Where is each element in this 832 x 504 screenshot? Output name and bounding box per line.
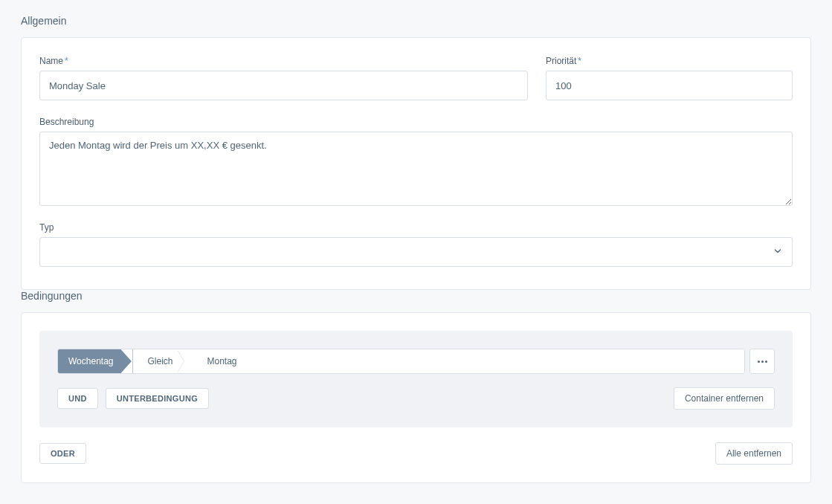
condition-operator-chip[interactable]: Gleich bbox=[133, 349, 193, 373]
more-icon bbox=[758, 361, 767, 363]
condition-field-chip[interactable]: Wochentag bbox=[58, 349, 133, 373]
remove-container-button[interactable]: Container entfernen bbox=[674, 387, 775, 410]
priority-input[interactable] bbox=[546, 71, 793, 100]
card-general: Name* Priorität* Beschreibung Jeden Mont… bbox=[21, 37, 811, 290]
label-type: Typ bbox=[39, 222, 793, 233]
condition-actions-button[interactable] bbox=[749, 349, 775, 374]
label-priority: Priorität* bbox=[546, 56, 793, 66]
description-textarea[interactable]: Jeden Montag wird der Preis um XX,XX € g… bbox=[39, 132, 793, 206]
conditions-container: Wochentag Gleich Montag UND UNTERBEDINGU bbox=[39, 331, 793, 427]
condition-chip-wrap[interactable]: Wochentag Gleich Montag bbox=[57, 349, 745, 374]
remove-all-button[interactable]: Alle entfernen bbox=[715, 442, 793, 465]
required-marker: * bbox=[65, 56, 68, 66]
or-button[interactable]: ODER bbox=[39, 443, 86, 464]
section-title-conditions: Bedingungen bbox=[21, 290, 811, 302]
condition-value-chip[interactable]: Montag bbox=[193, 349, 744, 373]
condition-row: Wochentag Gleich Montag bbox=[57, 349, 775, 374]
subcondition-button[interactable]: UNTERBEDINGUNG bbox=[106, 388, 209, 409]
section-conditions: Bedingungen Wochentag Gleich Montag bbox=[21, 290, 811, 483]
label-description: Beschreibung bbox=[39, 117, 793, 127]
section-title-general: Allgemein bbox=[21, 15, 811, 27]
section-general: Allgemein Name* Priorität* Beschreibung … bbox=[21, 15, 811, 290]
required-marker: * bbox=[578, 56, 581, 66]
type-select[interactable] bbox=[39, 237, 793, 267]
label-name: Name* bbox=[39, 56, 528, 66]
and-button[interactable]: UND bbox=[57, 388, 98, 409]
name-input[interactable] bbox=[39, 71, 528, 100]
card-conditions: Wochentag Gleich Montag UND UNTERBEDINGU bbox=[21, 312, 811, 483]
